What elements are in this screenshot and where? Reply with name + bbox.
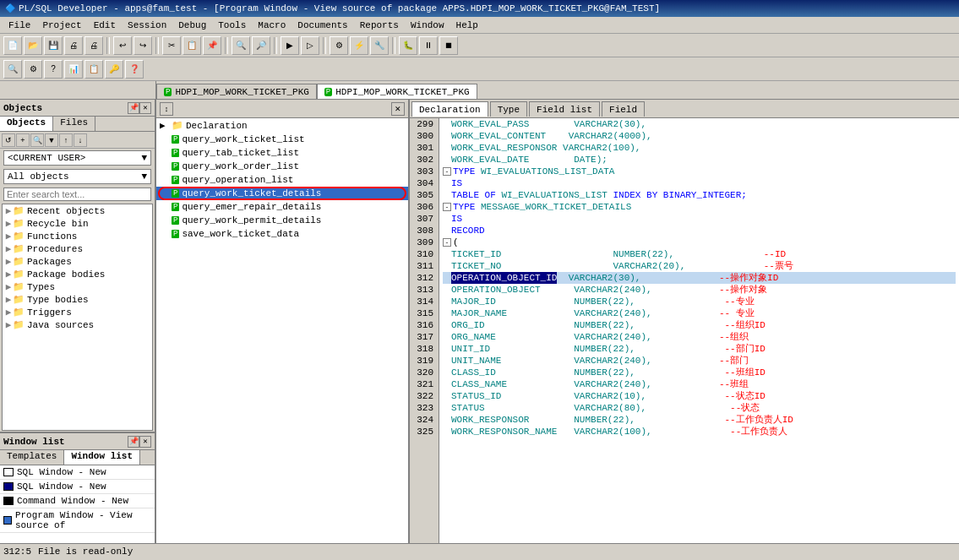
tree-packages[interactable]: ▶ 📁 Packages <box>3 255 152 268</box>
menu-debug[interactable]: Debug <box>173 19 211 31</box>
wl-close-btn[interactable]: ✕ <box>139 436 151 448</box>
spacing <box>608 189 613 201</box>
compile-btn[interactable]: ⚙ <box>330 36 348 55</box>
find-btn[interactable]: 🔍 <box>232 36 250 55</box>
help-btn[interactable]: ? <box>44 60 63 79</box>
all-objects-dropdown[interactable]: All objects ▼ <box>3 169 151 184</box>
settings-btn[interactable]: ⚙ <box>24 60 42 79</box>
panel-pin-btn[interactable]: 📌 <box>128 102 139 114</box>
close-tree-btn[interactable]: ✕ <box>391 102 405 116</box>
tree-recent-objects[interactable]: ▶ 📁 Recent objects <box>3 204 152 217</box>
tab-window-list[interactable]: Window list <box>64 450 140 465</box>
tab-files[interactable]: Files <box>53 117 95 131</box>
tool6-btn[interactable]: 🔑 <box>105 60 123 79</box>
menu-edit[interactable]: Edit <box>89 19 121 31</box>
debug2-btn[interactable]: ⏸ <box>419 36 438 55</box>
compile3-btn[interactable]: 🔧 <box>370 36 389 55</box>
window-item-sql1[interactable]: SQL Window - New <box>0 465 155 480</box>
undo-btn[interactable]: ↩ <box>113 36 132 55</box>
current-user-dropdown[interactable]: <CURRENT USER> ▼ <box>3 150 151 166</box>
tab-declaration[interactable]: Declaration <box>411 101 488 117</box>
tab-objects[interactable]: Objects <box>0 117 53 131</box>
menu-macro[interactable]: Macro <box>253 19 291 31</box>
code-line-325: WORK_RESPONSOR_NAME VARCHAR2(100), --工作负… <box>443 426 956 438</box>
tab-pkg-2[interactable]: P HDPI_MOP_WORK_TICKET_PKG <box>317 84 477 99</box>
redo-btn[interactable]: ↪ <box>133 36 152 55</box>
menu-project[interactable]: Project <box>37 19 86 31</box>
open-btn[interactable]: 📂 <box>24 36 42 55</box>
window-item-prog[interactable]: Program Window - View source of <box>0 508 155 533</box>
paste-btn[interactable]: 📌 <box>203 36 221 55</box>
tree-java-sources[interactable]: ▶ 📁 Java sources <box>3 318 152 331</box>
print2-btn[interactable]: 🖨 <box>84 36 103 55</box>
window-item-cmd[interactable]: Command Window - New <box>0 494 155 508</box>
tree-recycle-bin[interactable]: ▶ 📁 Recycle bin <box>3 217 152 230</box>
window-item-sql2[interactable]: SQL Window - New <box>0 480 155 494</box>
obj-add-btn[interactable]: + <box>16 133 30 147</box>
paren: ( <box>453 237 459 248</box>
search-btn[interactable]: 🔍 <box>3 60 22 79</box>
menu-session[interactable]: Session <box>123 19 172 31</box>
debug3-btn[interactable]: ⏹ <box>439 36 458 55</box>
menu-documents[interactable]: Documents <box>292 19 352 31</box>
tool4-btn[interactable]: 📊 <box>64 60 83 79</box>
code-content[interactable]: WORK_EVAL_PASS VARCHAR2(30), WORK_EVAL_C… <box>439 118 959 543</box>
tree-query-emer-repair[interactable]: P query_emer_repair_details <box>156 200 408 214</box>
obj-find-btn[interactable]: 🔍 <box>30 133 44 147</box>
tree-package-bodies[interactable]: ▶ 📁 Package bodies <box>3 268 152 280</box>
tree-procedures[interactable]: ▶ 📁 Procedures <box>3 242 152 255</box>
save-btn[interactable]: 💾 <box>44 36 63 55</box>
tree-query-work-order-list[interactable]: P query_work_order_list <box>156 160 408 173</box>
type-val: VARCHAR2(30), <box>569 272 641 284</box>
wl-pin-btn[interactable]: 📌 <box>128 436 139 448</box>
tree-declaration[interactable]: ▶ 📁 Declaration <box>156 118 408 133</box>
tree-types[interactable]: ▶ 📁 Types <box>3 280 152 293</box>
collapse-btn-309[interactable]: - <box>443 238 451 247</box>
menu-window[interactable]: Window <box>406 19 450 31</box>
tree-type-bodies[interactable]: ▶ 📁 Type bodies <box>3 293 152 306</box>
print-btn[interactable]: 🖨 <box>64 36 83 55</box>
tab-pkg-1[interactable]: P HDPI_MOP_WORK_TICKET_PKG <box>156 84 317 99</box>
tool7-btn[interactable]: ❓ <box>125 60 144 79</box>
collapse-btn-306[interactable]: - <box>443 203 451 211</box>
cut-btn[interactable]: ✂ <box>162 36 181 55</box>
pkg-icon: P <box>172 230 179 238</box>
tab-type[interactable]: Type <box>490 101 527 117</box>
exec2-btn[interactable]: ▷ <box>301 36 319 55</box>
tree-query-work-ticket-list[interactable]: P query_work_ticket_list <box>156 133 408 146</box>
tab-templates[interactable]: Templates <box>0 450 64 465</box>
find2-btn[interactable]: 🔎 <box>252 36 270 55</box>
tree-triggers[interactable]: ▶ 📁 Triggers <box>3 306 152 318</box>
tab-field-list[interactable]: Field list <box>529 101 600 117</box>
tree-query-tab-ticket-list[interactable]: P query_tab_ticket_list <box>156 146 408 160</box>
new-btn[interactable]: 📄 <box>3 36 22 55</box>
tree-query-work-permit[interactable]: P query_work_permit_details <box>156 214 408 227</box>
obj-refresh-btn[interactable]: ↺ <box>2 133 15 147</box>
obj-filter-btn[interactable]: ▼ <box>45 133 58 147</box>
menu-help[interactable]: Help <box>451 19 483 31</box>
tool5-btn[interactable]: 📋 <box>84 60 103 79</box>
item-label: query_emer_repair_details <box>182 202 321 212</box>
menu-reports[interactable]: Reports <box>355 19 404 31</box>
tree-save-work-ticket[interactable]: P save_work_ticket_data <box>156 227 408 241</box>
spacing2 <box>635 343 725 355</box>
ln-315: 315 <box>413 307 435 319</box>
debug-btn[interactable]: 🐛 <box>399 36 417 55</box>
copy-btn[interactable]: 📋 <box>183 36 201 55</box>
menu-file[interactable]: File <box>3 19 35 31</box>
collapse-btn-303[interactable]: - <box>443 167 451 176</box>
tab-field[interactable]: Field <box>602 101 645 117</box>
tree-functions[interactable]: ▶ 📁 Functions <box>3 230 152 242</box>
search-input[interactable] <box>3 188 151 201</box>
menu-tools[interactable]: Tools <box>213 19 251 31</box>
compile2-btn[interactable]: ⚡ <box>350 36 368 55</box>
obj-down-btn[interactable]: ↓ <box>74 133 87 147</box>
tab-label-2: HDPI_MOP_WORK_TICKET_PKG <box>335 87 469 97</box>
obj-up-btn[interactable]: ↑ <box>59 133 73 147</box>
tree-query-work-ticket-details[interactable]: P query_work_ticket_details <box>156 187 408 200</box>
tree-query-operation-list[interactable]: P query_operation_list <box>156 173 408 187</box>
sep3 <box>225 37 228 54</box>
exec-btn[interactable]: ▶ <box>281 36 299 55</box>
sort-btn[interactable]: ↕ <box>160 102 173 116</box>
panel-close-btn[interactable]: ✕ <box>139 102 151 114</box>
